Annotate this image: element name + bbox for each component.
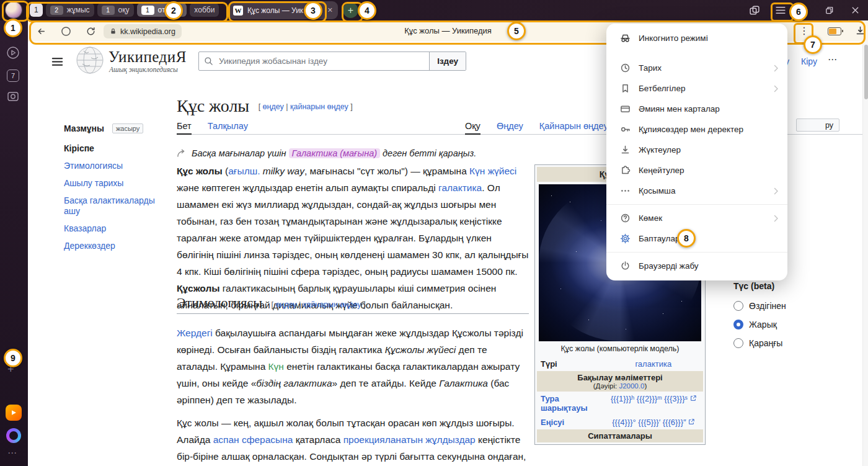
scrollbar-thumb[interactable] xyxy=(864,45,868,99)
dec-label-link[interactable]: Еңісуі xyxy=(541,418,608,427)
menu-item-help[interactable]: Көмек xyxy=(606,208,787,228)
paragraph-etymology-2: Құс жолы — кең, ақшыл жолақ болып тұтасқ… xyxy=(177,414,529,466)
text-link[interactable]: галактика xyxy=(438,182,482,193)
text-span: » деп те атайды. Кейде xyxy=(332,378,440,388)
text-link[interactable]: қайнарын өңдеу xyxy=(290,102,348,111)
callout-7: 7 xyxy=(804,35,822,54)
chevron-right-icon xyxy=(774,187,779,195)
tab-group-chip-study[interactable]: 1 оқу xyxy=(97,3,134,17)
tab-group-chip[interactable]: 1 xyxy=(30,3,43,17)
tab-read[interactable]: Оқу xyxy=(465,121,480,135)
window-close-button[interactable] xyxy=(851,6,860,15)
menu-hamburger-icon[interactable] xyxy=(775,5,786,16)
radio-dark[interactable] xyxy=(733,338,743,348)
tab-group-label: оқу xyxy=(118,6,130,14)
wikipedia-wordmark[interactable]: УикипедиЯ xyxy=(108,48,187,66)
yandex-music-icon[interactable] xyxy=(6,405,22,421)
menu-item-settings[interactable]: Баптаулар xyxy=(606,228,787,249)
toc-item-discovery[interactable]: Ашылу тарихы xyxy=(64,178,166,189)
download-icon xyxy=(620,145,631,155)
tab-group-strip: 1 2 жұмыс 1 оқу 1 отбасы хобби xyxy=(30,3,219,17)
text-link[interactable]: Жердегі xyxy=(177,328,213,338)
wiki-menu-icon[interactable] xyxy=(51,56,63,68)
menu-item-incognito[interactable]: Инкогнито режимі xyxy=(606,27,787,49)
rail-more-icon[interactable]: ⋯ xyxy=(7,447,17,459)
wiki-search-input[interactable] xyxy=(218,56,429,66)
tab-group-chip-hobby[interactable]: хобби xyxy=(190,3,219,17)
menu-item-passwords[interactable]: Құпиясөздер мен деректер xyxy=(606,119,787,140)
tab-panels-icon[interactable] xyxy=(749,5,760,16)
ra-value: {{{1}}}ʰ {{{2}}}ᵐ {{{3}}}ˢ xyxy=(611,394,688,403)
callout-2: 2 xyxy=(164,1,183,20)
login-link[interactable]: Кіру xyxy=(801,56,817,66)
tab-group-chip-work[interactable]: 2 жұмыс xyxy=(46,3,94,17)
radio-row-light[interactable]: Жарық xyxy=(733,320,851,329)
menu-item-extensions[interactable]: Кеңейтулер xyxy=(606,160,787,181)
menu-item-bookmarks[interactable]: Бетбелгілер xyxy=(606,78,787,99)
toc-item-sources[interactable]: Дереккөздер xyxy=(64,241,166,251)
infobox-section-observation: Бақылау мәліметтері (Дәуірі: J2000.0) xyxy=(537,371,703,392)
history-icon xyxy=(620,63,631,73)
menu-item-downloads[interactable]: Жүктеулер xyxy=(606,140,787,160)
tab-edit-source[interactable]: Қайнарын өңдеу xyxy=(539,121,608,133)
text-link[interactable]: проекцияланатын жұлдыздар xyxy=(343,434,476,445)
toolbar-more-icon[interactable]: ⋮ xyxy=(799,25,809,37)
screenshot-tool-icon[interactable] xyxy=(7,90,19,102)
menu-item-more[interactable]: Қосымша xyxy=(606,181,787,201)
widget-badge-7[interactable]: 7 xyxy=(7,69,19,82)
toc-item-other-galaxies[interactable]: Басқа галактикаларды ашу xyxy=(64,195,166,217)
section-edit-links[interactable]: [ өңдеу | қайнарын өңдеу ] xyxy=(271,300,365,309)
browser-tab-bar: 1 2 жұмыс 1 оқу 1 отбасы хобби W Құс жол… xyxy=(0,0,868,20)
galaxy-link[interactable]: галактика xyxy=(608,359,699,369)
text-link[interactable]: Галактика (мағына) xyxy=(289,148,381,158)
text-link[interactable]: Күн xyxy=(268,361,284,372)
menu-item-close-browser[interactable]: Браузерді жабу xyxy=(606,256,787,276)
toc-title: Мазмұны xyxy=(64,123,104,133)
page-scrollbar[interactable] xyxy=(862,42,868,466)
tab-close-icon[interactable]: ✕ xyxy=(327,6,333,14)
text-link[interactable]: өңдеу xyxy=(263,102,284,111)
power-icon xyxy=(620,261,631,271)
text-link[interactable]: ағылш. xyxy=(228,166,260,176)
ra-label-link[interactable]: Тура шарықтауы xyxy=(541,394,608,413)
text-link[interactable]: өңдеу xyxy=(275,300,296,309)
alice-assistant-icon[interactable] xyxy=(6,428,21,443)
video-play-icon[interactable] xyxy=(6,46,20,60)
radio-light-selected[interactable] xyxy=(733,320,743,329)
text-span: ( xyxy=(223,166,228,176)
title-edit-links[interactable]: [ өңдеу | қайнарын өңдеу ] xyxy=(259,102,353,111)
personal-more-icon[interactable]: ⋯ xyxy=(828,54,837,65)
callout-4: 4 xyxy=(358,1,376,20)
tab-talk[interactable]: Талқылау xyxy=(208,121,248,133)
profile-avatar[interactable] xyxy=(6,2,22,18)
menu-item-history[interactable]: Тарих xyxy=(606,58,787,78)
puzzle-icon xyxy=(620,165,631,176)
radio-row-auto[interactable]: Өздігінен xyxy=(733,301,851,311)
battery-saver-icon[interactable] xyxy=(828,27,841,35)
color-scheme-title: Түс (beta) xyxy=(733,281,851,291)
toc-item-etymology[interactable]: Этимологиясы xyxy=(64,161,166,171)
appearance-hide-button[interactable]: ру xyxy=(796,119,839,132)
text-link[interactable]: Күн жүйесі xyxy=(469,166,516,176)
tab-page[interactable]: Бет xyxy=(177,121,192,135)
hatnote: Басқа мағыналар үшін Галактика (мағына) … xyxy=(177,148,529,158)
text-link[interactable]: аспан сферасына xyxy=(213,434,293,445)
menu-item-wallet[interactable]: Әмиян мен карталар xyxy=(606,99,787,119)
text-span: Құсжолы жүйесі xyxy=(385,344,456,355)
downloads-toolbar-icon[interactable] xyxy=(855,25,866,36)
help-icon xyxy=(620,213,631,223)
toc-item-quasars[interactable]: Квазарлар xyxy=(64,223,166,234)
radio-row-dark[interactable]: Қараңғы xyxy=(733,338,851,348)
new-tab-button[interactable]: + xyxy=(343,2,358,18)
tab-edit[interactable]: Өңдеу xyxy=(497,121,523,133)
epoch-link[interactable]: J2000.0 xyxy=(619,382,644,390)
radio-auto[interactable] xyxy=(733,301,743,311)
external-link-icon xyxy=(690,395,696,401)
text-link[interactable]: қайнарын өңдеу xyxy=(303,300,361,309)
dec-value: {{{4}}}° {{{5}}}′ {{{6}}}″ xyxy=(612,418,686,427)
window-restore-button[interactable] xyxy=(825,6,834,15)
wikipedia-globe-logo[interactable] xyxy=(75,45,105,78)
wiki-search-button[interactable]: Іздеу xyxy=(429,52,466,70)
toc-item-intro[interactable]: Кіріспе xyxy=(64,143,166,154)
toc-hide-button[interactable]: жасыру xyxy=(112,123,143,133)
